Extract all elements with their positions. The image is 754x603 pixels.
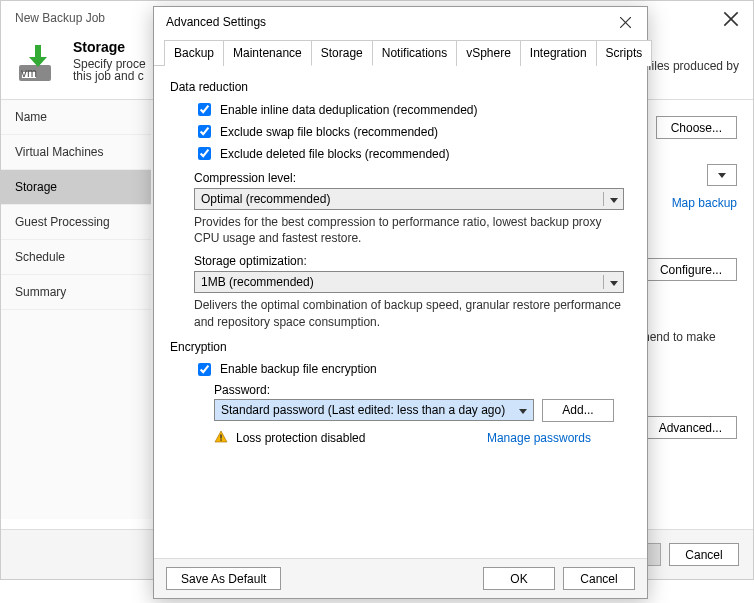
- cancel-button[interactable]: Cancel: [669, 543, 739, 566]
- checkbox-encryption[interactable]: Enable backup file encryption: [194, 360, 631, 379]
- page-title: Storage: [73, 39, 146, 55]
- choose-button[interactable]: Choose...: [656, 116, 737, 139]
- password-value: Standard password (Last edited: less tha…: [215, 403, 513, 417]
- tab-storage[interactable]: Storage: [311, 40, 373, 66]
- storage-opt-value: 1MB (recommended): [195, 275, 603, 289]
- advanced-button[interactable]: Advanced...: [644, 416, 737, 439]
- svg-text:vm: vm: [21, 66, 37, 80]
- checkbox-dedup[interactable]: Enable inline data deduplication (recomm…: [194, 100, 631, 119]
- group-encryption: Encryption: [170, 340, 631, 354]
- group-data-reduction: Data reduction: [170, 80, 631, 94]
- compression-hint: Provides for the best compression to per…: [194, 214, 624, 246]
- svg-rect-7: [220, 434, 221, 438]
- ok-button[interactable]: OK: [483, 567, 555, 590]
- dialog-title: Advanced Settings: [166, 15, 266, 29]
- compression-label: Compression level:: [194, 171, 631, 185]
- password-combo[interactable]: Standard password (Last edited: less tha…: [214, 399, 534, 421]
- compression-combo[interactable]: Optimal (recommended): [194, 188, 624, 210]
- cancel-button[interactable]: Cancel: [563, 567, 635, 590]
- combo-caret-icon[interactable]: [707, 164, 737, 186]
- wizard-sidebar: Name Virtual Machines Storage Guest Proc…: [1, 100, 151, 519]
- checkbox-swap-input[interactable]: [198, 125, 211, 138]
- wizard-header-text: Storage Specify proce this job and c: [73, 39, 146, 83]
- tab-integration[interactable]: Integration: [520, 40, 597, 66]
- checkbox-deleted-input[interactable]: [198, 147, 211, 160]
- svg-rect-8: [220, 439, 221, 440]
- checkbox-dedup-input[interactable]: [198, 103, 211, 116]
- manage-passwords-link[interactable]: Manage passwords: [487, 431, 591, 445]
- tab-vsphere[interactable]: vSphere: [456, 40, 521, 66]
- storage-opt-combo[interactable]: 1MB (recommended): [194, 271, 624, 293]
- storage-opt-hint: Delivers the optimal combination of back…: [194, 297, 624, 329]
- sidebar-item-name[interactable]: Name: [1, 100, 151, 135]
- storage-opt-label: Storage optimization:: [194, 254, 631, 268]
- dialog-footer: Save As Default OK Cancel: [154, 558, 647, 598]
- checkbox-deleted[interactable]: Exclude deleted file blocks (recommended…: [194, 144, 631, 163]
- save-default-button[interactable]: Save As Default: [166, 567, 281, 590]
- loss-protection-text: Loss protection disabled: [236, 431, 365, 445]
- add-password-button[interactable]: Add...: [542, 399, 614, 422]
- sidebar-item-storage[interactable]: Storage: [1, 170, 151, 205]
- sidebar-item-schedule[interactable]: Schedule: [1, 240, 151, 275]
- tab-content-storage: Data reduction Enable inline data dedupl…: [154, 66, 647, 558]
- close-icon[interactable]: [723, 11, 739, 27]
- tab-bar: Backup Maintenance Storage Notifications…: [154, 39, 647, 66]
- checkbox-swap[interactable]: Exclude swap file blocks (recommended): [194, 122, 631, 141]
- dialog-titlebar: Advanced Settings: [154, 7, 647, 39]
- chevron-down-icon: [603, 275, 623, 289]
- password-label: Password:: [214, 383, 631, 397]
- map-backup-link[interactable]: Map backup: [672, 196, 737, 210]
- header-right-text: files produced by: [648, 39, 739, 73]
- tab-notifications[interactable]: Notifications: [372, 40, 457, 66]
- checkbox-encryption-input[interactable]: [198, 363, 211, 376]
- advanced-settings-dialog: Advanced Settings Backup Maintenance Sto…: [153, 6, 648, 599]
- tab-backup[interactable]: Backup: [164, 40, 224, 66]
- storage-icon: vm: [15, 39, 61, 85]
- compression-value: Optimal (recommended): [195, 192, 603, 206]
- sidebar-item-vms[interactable]: Virtual Machines: [1, 135, 151, 170]
- wizard-title: New Backup Job: [15, 11, 105, 27]
- tab-maintenance[interactable]: Maintenance: [223, 40, 312, 66]
- tab-scripts[interactable]: Scripts: [596, 40, 653, 66]
- chevron-down-icon: [603, 192, 623, 206]
- close-icon[interactable]: [613, 13, 637, 31]
- sidebar-item-summary[interactable]: Summary: [1, 275, 151, 310]
- warning-icon: [214, 430, 228, 447]
- sidebar-item-guest[interactable]: Guest Processing: [1, 205, 151, 240]
- configure-button[interactable]: Configure...: [645, 258, 737, 281]
- chevron-down-icon: [513, 403, 533, 417]
